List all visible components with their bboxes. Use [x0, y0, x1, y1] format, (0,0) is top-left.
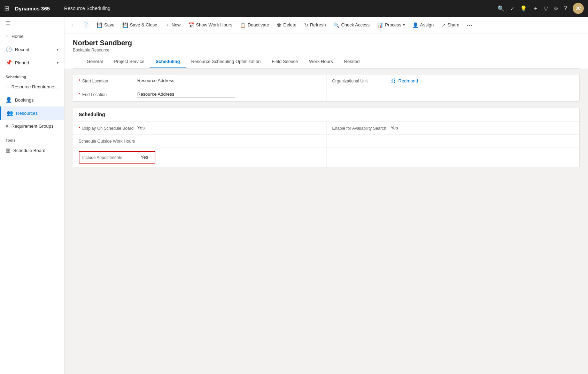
tab-scheduling[interactable]: Scheduling — [150, 55, 186, 68]
refresh-button[interactable]: ↻ Refresh — [301, 20, 330, 30]
start-location-cell: * Start Location Resource Address — [73, 74, 326, 88]
display-schedule-required: * — [79, 126, 80, 131]
include-appointments-cell: Include Appointments Yes — [73, 148, 326, 167]
sidebar-item-requirement-groups[interactable]: ≡ Requirement Groups — [0, 120, 64, 133]
top-bar: ⊞ Dynamics 365 Resource Scheduling 🔍 ✓ 💡… — [0, 0, 588, 17]
user-avatar[interactable]: JC — [573, 3, 584, 14]
sidebar-item-resource-requirements[interactable]: ≡ Resource Requireme... — [0, 80, 64, 93]
help-icon[interactable]: ? — [564, 5, 567, 11]
top-bar-right: 🔍 ✓ 💡 ＋ ▽ ⚙ ? JC — [497, 3, 584, 14]
share-icon: ↗ — [441, 22, 446, 28]
display-schedule-board-value[interactable]: Yes — [137, 125, 145, 130]
show-work-hours-button[interactable]: 📅 Show Work Hours — [185, 20, 236, 30]
display-schedule-board-label: * Display On Schedule Board — [79, 125, 134, 131]
delete-button[interactable]: 🗑 Delete — [273, 20, 300, 30]
checklist-icon[interactable]: ✓ — [510, 5, 514, 12]
sidebar-item-recent-label: Recent — [15, 47, 29, 52]
schedule-board-icon: ▦ — [6, 147, 10, 153]
share-button[interactable]: ↗ Share — [438, 20, 463, 30]
schedule-outside-label: Schedule Outside Work Hours — [79, 138, 135, 144]
include-appointments-value[interactable]: Yes — [141, 154, 148, 160]
more-options[interactable]: ⋯ — [464, 20, 475, 30]
schedule-outside-value[interactable]: --- — [138, 138, 142, 143]
filter-icon[interactable]: ▽ — [544, 5, 548, 12]
recent-chevron: ▾ — [57, 48, 59, 51]
empty-cell — [326, 88, 580, 101]
include-appointments-label: Include Appointments — [82, 154, 138, 160]
scheduling-row-3: Include Appointments Yes — [73, 148, 579, 167]
scheduling-row-2: Schedule Outside Work Hours --- — [73, 135, 579, 148]
save-close-button[interactable]: 💾 Save & Close — [119, 20, 161, 30]
back-icon: ← — [70, 21, 76, 29]
new-icon: ＋ — [165, 22, 170, 28]
lightbulb-icon[interactable]: 💡 — [520, 5, 527, 12]
end-location-input-wrapper: Resource Address — [137, 91, 235, 98]
record-icon-button[interactable]: 📄 — [80, 20, 92, 30]
sidebar-item-resource-requirements-label: Resource Requireme... — [11, 84, 58, 89]
org-unit-value[interactable]: Redmond — [399, 78, 418, 83]
page-header: Norbert Sandberg Bookable Resource Gener… — [64, 33, 588, 69]
sidebar-item-home[interactable]: ⌂ Home — [0, 30, 64, 43]
settings-icon[interactable]: ⚙ — [554, 5, 558, 12]
save-label: Save — [104, 22, 115, 27]
record-type: Bookable Resource — [73, 48, 580, 53]
add-icon[interactable]: ＋ — [533, 5, 538, 12]
sidebar-item-resources[interactable]: 👥 Resources — [0, 106, 64, 120]
refresh-icon: ↻ — [304, 22, 308, 28]
search-icon[interactable]: 🔍 — [497, 5, 504, 12]
share-label: Share — [447, 22, 459, 27]
home-icon: ⌂ — [6, 33, 9, 39]
assign-icon: 👤 — [412, 22, 418, 28]
resources-icon: 👥 — [7, 110, 13, 116]
process-button[interactable]: 📊 Process ▾ — [374, 20, 408, 30]
sidebar-item-pinned[interactable]: 📌 Pinned ▾ — [0, 56, 64, 69]
tab-resource-scheduling-opt[interactable]: Resource Scheduling Optimization — [186, 55, 266, 68]
save-button[interactable]: 💾 Save — [93, 20, 118, 30]
tab-related[interactable]: Related — [339, 55, 365, 68]
end-location-cell: * End Location Resource Address — [73, 88, 326, 101]
end-location-label: * End Location — [79, 91, 134, 97]
scheduling-row-1: * Display On Schedule Board Yes Enable f… — [73, 122, 579, 135]
sidebar-item-pinned-label: Pinned — [15, 60, 29, 65]
deactivate-label: Deactivate — [248, 22, 269, 27]
new-button[interactable]: ＋ New — [161, 20, 184, 30]
save-icon: 💾 — [96, 22, 102, 28]
scheduling-section-title: Scheduling — [73, 108, 579, 122]
bookings-icon: 👤 — [6, 97, 12, 103]
deactivate-button[interactable]: 📋 Deactivate — [237, 20, 272, 30]
start-location-value[interactable]: Resource Address — [137, 78, 235, 84]
sidebar-item-bookings[interactable]: 👤 Bookings — [0, 93, 64, 106]
sidebar-collapse-toggle[interactable]: ☰ — [0, 17, 64, 30]
pinned-chevron: ▾ — [57, 61, 59, 65]
location-section: * Start Location Resource Address Organi… — [73, 74, 580, 102]
tab-work-hours[interactable]: Work Hours — [303, 55, 338, 68]
tab-field-service[interactable]: Field Service — [266, 55, 303, 68]
requirement-groups-icon: ≡ — [6, 123, 9, 129]
sidebar-item-schedule-board-label: Schedule Board — [13, 148, 46, 153]
process-chevron: ▾ — [403, 23, 405, 27]
check-access-button[interactable]: 🔍 Check Access — [330, 20, 373, 30]
hamburger-icon: ☰ — [6, 20, 10, 26]
schedule-outside-cell: Schedule Outside Work Hours --- — [73, 135, 326, 147]
show-work-hours-label: Show Work Hours — [196, 22, 232, 27]
tab-project-service[interactable]: Project Service — [108, 55, 150, 68]
assign-button[interactable]: 👤 Assign — [409, 20, 437, 30]
form-body: * Start Location Resource Address Organi… — [64, 69, 588, 178]
sidebar-item-schedule-board[interactable]: ▦ Schedule Board — [0, 144, 64, 157]
deactivate-icon: 📋 — [240, 22, 246, 28]
tab-general[interactable]: General — [81, 55, 108, 68]
enable-availability-value[interactable]: Yes — [391, 125, 398, 130]
save-close-label: Save & Close — [130, 22, 157, 27]
assign-label: Assign — [420, 22, 434, 27]
back-button[interactable]: ← — [67, 20, 79, 30]
delete-icon: 🗑 — [277, 22, 281, 28]
module-title: Resource Scheduling — [64, 6, 110, 11]
tools-section-title: Tools — [0, 133, 64, 144]
org-unit-value-wrapper: ⛓ Redmond — [391, 78, 418, 83]
sidebar-item-recent[interactable]: 🕐 Recent ▾ — [0, 43, 64, 56]
end-location-value[interactable]: Resource Address — [137, 91, 235, 97]
process-icon: 📊 — [377, 22, 383, 28]
app-grid-button[interactable]: ⊞ — [4, 5, 9, 12]
new-label: New — [171, 22, 180, 27]
org-unit-label: Organizational Unit — [332, 78, 388, 83]
